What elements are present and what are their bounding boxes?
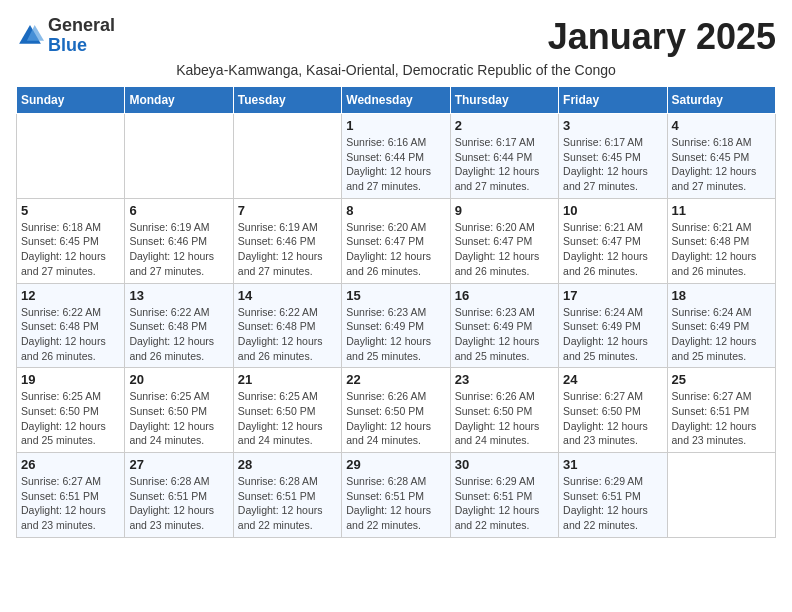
day-number: 6 xyxy=(129,203,228,218)
calendar-cell: 9Sunrise: 6:20 AM Sunset: 6:47 PM Daylig… xyxy=(450,198,558,283)
day-number: 7 xyxy=(238,203,337,218)
calendar-cell: 25Sunrise: 6:27 AM Sunset: 6:51 PM Dayli… xyxy=(667,368,775,453)
day-header-monday: Monday xyxy=(125,87,233,114)
day-info: Sunrise: 6:19 AM Sunset: 6:46 PM Dayligh… xyxy=(238,220,337,279)
week-row-4: 19Sunrise: 6:25 AM Sunset: 6:50 PM Dayli… xyxy=(17,368,776,453)
calendar-cell: 23Sunrise: 6:26 AM Sunset: 6:50 PM Dayli… xyxy=(450,368,558,453)
day-number: 10 xyxy=(563,203,662,218)
day-info: Sunrise: 6:25 AM Sunset: 6:50 PM Dayligh… xyxy=(129,389,228,448)
day-number: 25 xyxy=(672,372,771,387)
day-number: 17 xyxy=(563,288,662,303)
calendar-cell: 7Sunrise: 6:19 AM Sunset: 6:46 PM Daylig… xyxy=(233,198,341,283)
day-number: 5 xyxy=(21,203,120,218)
days-of-week-row: SundayMondayTuesdayWednesdayThursdayFrid… xyxy=(17,87,776,114)
calendar-cell: 26Sunrise: 6:27 AM Sunset: 6:51 PM Dayli… xyxy=(17,453,125,538)
week-row-1: 1Sunrise: 6:16 AM Sunset: 6:44 PM Daylig… xyxy=(17,114,776,199)
day-info: Sunrise: 6:21 AM Sunset: 6:47 PM Dayligh… xyxy=(563,220,662,279)
calendar-cell: 16Sunrise: 6:23 AM Sunset: 6:49 PM Dayli… xyxy=(450,283,558,368)
calendar-cell xyxy=(17,114,125,199)
day-info: Sunrise: 6:18 AM Sunset: 6:45 PM Dayligh… xyxy=(672,135,771,194)
day-number: 16 xyxy=(455,288,554,303)
calendar-cell xyxy=(125,114,233,199)
calendar-cell: 27Sunrise: 6:28 AM Sunset: 6:51 PM Dayli… xyxy=(125,453,233,538)
calendar-cell: 11Sunrise: 6:21 AM Sunset: 6:48 PM Dayli… xyxy=(667,198,775,283)
calendar-table: SundayMondayTuesdayWednesdayThursdayFrid… xyxy=(16,86,776,538)
day-info: Sunrise: 6:25 AM Sunset: 6:50 PM Dayligh… xyxy=(238,389,337,448)
calendar-cell: 5Sunrise: 6:18 AM Sunset: 6:45 PM Daylig… xyxy=(17,198,125,283)
calendar-cell: 3Sunrise: 6:17 AM Sunset: 6:45 PM Daylig… xyxy=(559,114,667,199)
week-row-3: 12Sunrise: 6:22 AM Sunset: 6:48 PM Dayli… xyxy=(17,283,776,368)
calendar-cell: 21Sunrise: 6:25 AM Sunset: 6:50 PM Dayli… xyxy=(233,368,341,453)
day-info: Sunrise: 6:16 AM Sunset: 6:44 PM Dayligh… xyxy=(346,135,445,194)
day-number: 13 xyxy=(129,288,228,303)
calendar-cell: 19Sunrise: 6:25 AM Sunset: 6:50 PM Dayli… xyxy=(17,368,125,453)
day-number: 1 xyxy=(346,118,445,133)
page-header: General Blue January 2025 xyxy=(16,16,776,58)
calendar-cell: 28Sunrise: 6:28 AM Sunset: 6:51 PM Dayli… xyxy=(233,453,341,538)
calendar-cell: 12Sunrise: 6:22 AM Sunset: 6:48 PM Dayli… xyxy=(17,283,125,368)
day-info: Sunrise: 6:24 AM Sunset: 6:49 PM Dayligh… xyxy=(563,305,662,364)
day-info: Sunrise: 6:28 AM Sunset: 6:51 PM Dayligh… xyxy=(346,474,445,533)
day-number: 9 xyxy=(455,203,554,218)
day-info: Sunrise: 6:17 AM Sunset: 6:45 PM Dayligh… xyxy=(563,135,662,194)
day-number: 18 xyxy=(672,288,771,303)
day-number: 26 xyxy=(21,457,120,472)
logo-blue-text: Blue xyxy=(48,35,87,55)
day-number: 8 xyxy=(346,203,445,218)
day-header-sunday: Sunday xyxy=(17,87,125,114)
day-number: 19 xyxy=(21,372,120,387)
calendar-cell: 30Sunrise: 6:29 AM Sunset: 6:51 PM Dayli… xyxy=(450,453,558,538)
day-info: Sunrise: 6:23 AM Sunset: 6:49 PM Dayligh… xyxy=(346,305,445,364)
day-info: Sunrise: 6:27 AM Sunset: 6:51 PM Dayligh… xyxy=(21,474,120,533)
day-number: 24 xyxy=(563,372,662,387)
day-info: Sunrise: 6:29 AM Sunset: 6:51 PM Dayligh… xyxy=(455,474,554,533)
day-info: Sunrise: 6:22 AM Sunset: 6:48 PM Dayligh… xyxy=(129,305,228,364)
day-number: 21 xyxy=(238,372,337,387)
calendar-body: 1Sunrise: 6:16 AM Sunset: 6:44 PM Daylig… xyxy=(17,114,776,538)
day-info: Sunrise: 6:24 AM Sunset: 6:49 PM Dayligh… xyxy=(672,305,771,364)
day-info: Sunrise: 6:25 AM Sunset: 6:50 PM Dayligh… xyxy=(21,389,120,448)
day-number: 15 xyxy=(346,288,445,303)
calendar-cell xyxy=(233,114,341,199)
logo-general-text: General xyxy=(48,15,115,35)
day-number: 14 xyxy=(238,288,337,303)
day-info: Sunrise: 6:18 AM Sunset: 6:45 PM Dayligh… xyxy=(21,220,120,279)
calendar-cell: 20Sunrise: 6:25 AM Sunset: 6:50 PM Dayli… xyxy=(125,368,233,453)
day-header-tuesday: Tuesday xyxy=(233,87,341,114)
day-info: Sunrise: 6:21 AM Sunset: 6:48 PM Dayligh… xyxy=(672,220,771,279)
calendar-cell: 4Sunrise: 6:18 AM Sunset: 6:45 PM Daylig… xyxy=(667,114,775,199)
calendar-cell xyxy=(667,453,775,538)
calendar-cell: 6Sunrise: 6:19 AM Sunset: 6:46 PM Daylig… xyxy=(125,198,233,283)
day-info: Sunrise: 6:27 AM Sunset: 6:51 PM Dayligh… xyxy=(672,389,771,448)
location-subtitle: Kabeya-Kamwanga, Kasai-Oriental, Democra… xyxy=(16,62,776,78)
day-info: Sunrise: 6:23 AM Sunset: 6:49 PM Dayligh… xyxy=(455,305,554,364)
day-number: 23 xyxy=(455,372,554,387)
day-info: Sunrise: 6:28 AM Sunset: 6:51 PM Dayligh… xyxy=(129,474,228,533)
day-info: Sunrise: 6:22 AM Sunset: 6:48 PM Dayligh… xyxy=(21,305,120,364)
day-header-wednesday: Wednesday xyxy=(342,87,450,114)
day-number: 30 xyxy=(455,457,554,472)
calendar-cell: 1Sunrise: 6:16 AM Sunset: 6:44 PM Daylig… xyxy=(342,114,450,199)
day-number: 31 xyxy=(563,457,662,472)
logo: General Blue xyxy=(16,16,115,56)
day-number: 27 xyxy=(129,457,228,472)
calendar-cell: 29Sunrise: 6:28 AM Sunset: 6:51 PM Dayli… xyxy=(342,453,450,538)
calendar-cell: 31Sunrise: 6:29 AM Sunset: 6:51 PM Dayli… xyxy=(559,453,667,538)
day-info: Sunrise: 6:17 AM Sunset: 6:44 PM Dayligh… xyxy=(455,135,554,194)
calendar-cell: 22Sunrise: 6:26 AM Sunset: 6:50 PM Dayli… xyxy=(342,368,450,453)
week-row-2: 5Sunrise: 6:18 AM Sunset: 6:45 PM Daylig… xyxy=(17,198,776,283)
day-info: Sunrise: 6:22 AM Sunset: 6:48 PM Dayligh… xyxy=(238,305,337,364)
day-info: Sunrise: 6:27 AM Sunset: 6:50 PM Dayligh… xyxy=(563,389,662,448)
day-number: 11 xyxy=(672,203,771,218)
day-info: Sunrise: 6:28 AM Sunset: 6:51 PM Dayligh… xyxy=(238,474,337,533)
month-title: January 2025 xyxy=(548,16,776,58)
day-header-thursday: Thursday xyxy=(450,87,558,114)
calendar-cell: 15Sunrise: 6:23 AM Sunset: 6:49 PM Dayli… xyxy=(342,283,450,368)
week-row-5: 26Sunrise: 6:27 AM Sunset: 6:51 PM Dayli… xyxy=(17,453,776,538)
calendar-cell: 2Sunrise: 6:17 AM Sunset: 6:44 PM Daylig… xyxy=(450,114,558,199)
day-number: 28 xyxy=(238,457,337,472)
calendar-cell: 18Sunrise: 6:24 AM Sunset: 6:49 PM Dayli… xyxy=(667,283,775,368)
calendar-cell: 10Sunrise: 6:21 AM Sunset: 6:47 PM Dayli… xyxy=(559,198,667,283)
day-number: 3 xyxy=(563,118,662,133)
calendar-header: SundayMondayTuesdayWednesdayThursdayFrid… xyxy=(17,87,776,114)
